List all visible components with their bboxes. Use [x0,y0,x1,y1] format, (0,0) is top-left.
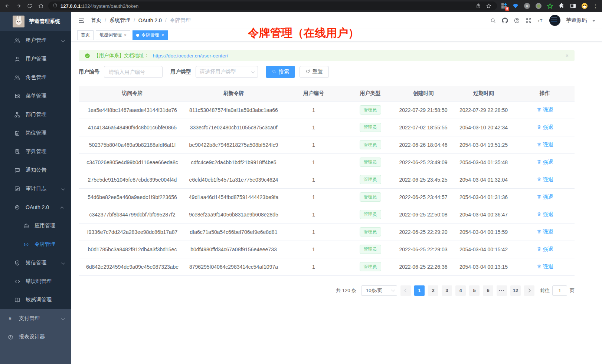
doc-alert: 【用户体系】文档地址： https://doc.iocoder.cn/user-… [79,50,575,61]
force-logout-button[interactable]: 强退 [537,176,553,183]
yen-icon: ¥ [7,315,14,322]
extension-gem-icon[interactable] [512,3,519,9]
sidebar-item[interactable]: 通知公告 [0,161,71,179]
tag-敏感词管理[interactable]: 敏感词管理× [96,30,130,40]
breadcrumb-item[interactable]: OAuth 2.0 [138,17,162,23]
tag-首页[interactable]: 首页 [77,30,94,40]
user-type-badge: 管理员 [360,123,381,132]
browser-home-icon[interactable] [37,2,45,10]
sidebar-item[interactable]: 错误码管理 [0,272,71,291]
create-time-cell: 2022-06-25 23:45:25 [395,171,452,188]
font-size-icon[interactable]: TT [537,17,544,24]
next-page-button[interactable] [524,285,534,296]
side-panel-icon[interactable] [570,3,576,9]
close-icon[interactable]: × [124,33,127,37]
page-button-4[interactable]: 4 [455,285,466,296]
alert-close-icon[interactable]: × [566,53,569,59]
tag-令牌管理[interactable]: 令牌管理× [132,30,168,40]
extension-grid-icon[interactable]: 9 [501,3,507,9]
github-icon[interactable] [502,17,508,24]
force-logout-button[interactable]: 强退 [537,264,553,270]
browser-back-icon[interactable] [4,2,11,10]
sidebar-item[interactable]: OAuth 2.0 [0,198,71,216]
user-id-input[interactable] [104,66,163,78]
browser-reload-icon[interactable] [26,2,33,10]
refresh-token-cell: e6cfd40eb1f54571a31e775e039c4624 [186,171,281,188]
force-logout-button[interactable]: 强退 [537,194,553,201]
address-bar[interactable]: 127.0.0.1:1024/system/oauth2/token [48,1,497,10]
alert-doc-link[interactable]: https://doc.iocoder.cn/user-center/ [153,53,228,59]
trash-icon [537,194,542,200]
browser-toolbar: 127.0.0.1:1024/system/oauth2/token 9 ✳ ⋮ [0,0,602,12]
bookmark-star-icon[interactable] [485,2,493,10]
user-type-select[interactable]: 请选择用户类型 [196,66,258,78]
profile-avatar-icon[interactable] [581,3,588,9]
sidebar-item[interactable]: 岗位管理 [0,124,71,142]
search-icon[interactable] [490,17,496,24]
force-logout-button[interactable]: 强退 [537,211,553,218]
user-type-cell: 管理员 [346,188,395,206]
breadcrumb-item[interactable]: 系统管理 [109,17,130,24]
user-type-cell: 管理员 [346,136,395,153]
force-logout-button[interactable]: 强退 [537,229,553,235]
sidebar-item[interactable]: 审计日志 [0,179,71,198]
sidebar-item[interactable]: 租户管理 [0,31,71,50]
sidebar-item[interactable]: 菜单管理 [0,87,71,105]
site-info-icon[interactable] [53,3,58,9]
sidebar-item[interactable]: 用户管理 [0,50,71,68]
trash-icon [537,212,542,218]
extension-star-icon[interactable] [547,3,553,9]
help-icon[interactable] [514,17,520,24]
page-size-select[interactable]: 10条/页 [361,285,397,296]
user-type-badge: 管理员 [360,175,381,184]
sidebar-item[interactable]: 应用管理 [0,216,71,235]
browser-menu-icon[interactable]: ⋮ [593,3,598,9]
chevron-down-icon[interactable] [592,20,595,22]
force-logout-button[interactable]: 强退 [537,246,553,253]
shield-icon [14,260,20,266]
force-logout-button[interactable]: 强退 [537,124,553,131]
force-logout-button[interactable]: 强退 [537,159,553,166]
extensions-puzzle-icon[interactable] [558,3,565,9]
extension-record-icon[interactable] [535,3,542,9]
user-name[interactable]: 芋道源码 [566,17,587,24]
prev-page-button[interactable] [400,285,411,296]
breadcrumb-item[interactable]: 首页 [91,17,101,24]
fullscreen-icon[interactable] [526,17,532,24]
page-button-2[interactable]: 2 [428,285,438,296]
sidebar-item[interactable]: 部门管理 [0,105,71,124]
trash-icon [537,125,542,130]
page-button-3[interactable]: 3 [442,285,452,296]
page-button-5[interactable]: 5 [469,285,480,296]
more-pages-button[interactable]: ··· [497,285,507,296]
search-button[interactable]: 搜索 [266,66,295,78]
table-row: 41c41346a548490f9dc8b01c6bfe0865333ecfc7… [79,119,575,136]
force-logout-button[interactable]: 强退 [537,107,553,113]
extension-circle-icon[interactable]: ✳ [524,3,530,9]
sidebar-item[interactable]: ¥支付管理 [0,309,71,328]
sidebar-item[interactable]: 角色管理 [0,68,71,87]
page-button-6[interactable]: 6 [483,285,493,296]
svg-text:T: T [540,18,542,23]
reset-button[interactable]: 重置 [300,66,329,78]
sidebar-item[interactable]: 短信管理 [0,254,71,272]
force-logout-button[interactable]: 强退 [537,142,553,148]
column-header: 创建时间 [395,86,452,101]
sidebar-item[interactable]: 报表设计器 [0,328,71,346]
collapse-sidebar-icon[interactable] [78,17,85,24]
sidebar-item[interactable]: A令牌管理 [0,235,71,254]
sidebar-item[interactable]: 字典管理 [0,142,71,161]
goto-page-input[interactable] [552,285,567,296]
page-button-12[interactable]: 12 [510,285,521,296]
access-token-cell: 6d842e2924594de9a09e45e087323abe [79,258,186,275]
expire-time-cell: 2054-03-10 20:42:34 [452,119,515,136]
share-icon[interactable] [475,2,482,10]
close-icon[interactable]: × [161,33,164,37]
page-button-1[interactable]: 1 [414,285,425,296]
breadcrumb: 首页/系统管理/OAuth 2.0/令牌管理 [91,17,191,24]
breadcrumb-separator: / [165,17,167,23]
browser-forward-icon[interactable] [15,2,22,10]
url-text: 127.0.0.1:1024/system/oauth2/token [60,3,138,9]
sidebar-item[interactable]: 敏感词管理 [0,291,71,309]
avatar[interactable] [549,15,560,26]
